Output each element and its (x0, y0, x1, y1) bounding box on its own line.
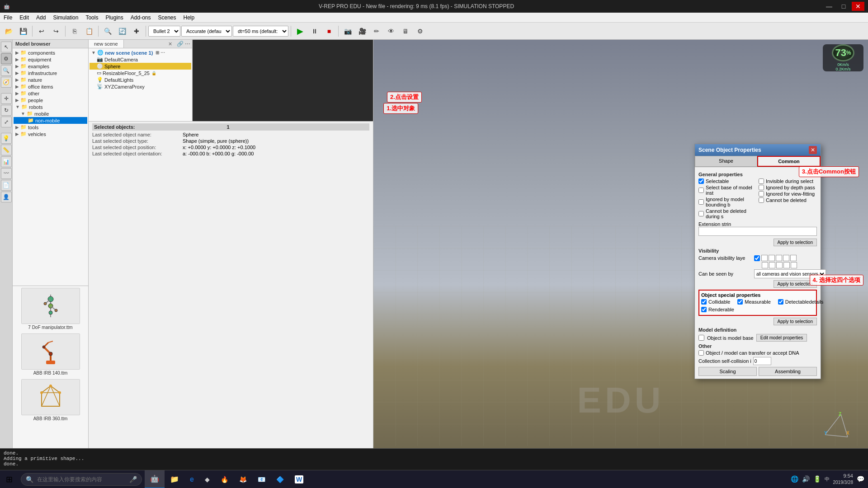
tb-paste-btn[interactable]: 📋 (82, 25, 96, 38)
scene-item-defaultcamera[interactable]: 📷 DefaultCamera (90, 56, 191, 63)
vis-cell[interactable] (761, 255, 768, 261)
viewport-3d[interactable]: EDU Scene Object Properties ✕ Shape Comm… (373, 40, 868, 448)
start-button[interactable]: ⊞ (0, 470, 18, 488)
menu-edit[interactable]: Edit (16, 13, 33, 23)
tree-item-other[interactable]: ▶ 📁 other (14, 90, 87, 97)
scene-root[interactable]: ▼ 🌐 new scene (scene 1) ⊞ ⋯ (90, 49, 191, 56)
scene-item-sphere[interactable]: ⚪ Sphere (90, 63, 191, 70)
tree-item-mobile[interactable]: ▼ 📁 mobile (14, 110, 87, 117)
taskbar-search-input[interactable] (37, 476, 127, 483)
taskbar-explorer[interactable]: 📁 (165, 470, 184, 488)
tree-item-equipment[interactable]: ▶ 📁 equipment (14, 56, 87, 63)
scene-item-floor[interactable]: ▭ ResizableFloor_5_25 🔒 (90, 70, 191, 76)
scene-tab-btn[interactable]: new scene (89, 40, 124, 48)
tb-save-btn[interactable]: 💾 (16, 25, 30, 38)
close-button[interactable]: ✕ (852, 2, 864, 11)
tb-rotate-btn[interactable]: 🔄 (115, 25, 129, 38)
tb-translate-btn[interactable]: ✚ (130, 25, 143, 38)
tree-item-people[interactable]: ▶ 📁 people (14, 97, 87, 103)
menu-help[interactable]: Help (180, 13, 198, 23)
scene-hierarchy-icons[interactable]: 🔗 ⋯ (175, 41, 192, 47)
taskbar-word[interactable]: W (289, 470, 309, 488)
no-delete-checkbox[interactable] (759, 197, 764, 203)
minimize-button[interactable]: — (823, 2, 835, 11)
menu-add[interactable]: Add (33, 13, 49, 23)
vis-cell[interactable] (776, 262, 783, 268)
lang-indicator[interactable]: 中 (825, 476, 830, 483)
ls-nav-btn[interactable]: 🧭 (1, 77, 12, 88)
taskbar-app3[interactable]: ◆ (199, 470, 215, 488)
tb-monitor-btn[interactable]: 🖥 (399, 25, 412, 38)
dna-checkbox[interactable] (698, 350, 704, 356)
accuracy-select[interactable]: Accurate (defau Fast (181, 26, 232, 37)
dialog-close-button[interactable]: ✕ (809, 146, 817, 154)
vis-cell[interactable] (783, 255, 789, 261)
ls-path-btn[interactable]: 〰 (1, 168, 12, 179)
volume-icon[interactable]: 🔊 (802, 475, 810, 483)
selectable-checkbox[interactable] (698, 178, 704, 184)
sim-play-btn[interactable]: ▶ (293, 25, 307, 38)
scaling-btn[interactable]: Scaling (698, 367, 757, 376)
tb-copy-btn[interactable]: ⎘ (68, 25, 81, 38)
menu-tools[interactable]: Tools (82, 13, 102, 23)
vis-cell[interactable] (769, 262, 775, 268)
tree-item-vehicles[interactable]: ▶ 📁 vehicles (14, 131, 87, 137)
extension-string-input[interactable] (698, 227, 817, 236)
menu-addons[interactable]: Add-ons (127, 13, 155, 23)
no-delete-sim-checkbox[interactable] (698, 211, 704, 216)
ignored-view-checkbox[interactable] (759, 191, 764, 197)
ls-light-btn[interactable]: 💡 (1, 133, 12, 144)
tab-shape[interactable]: Shape (695, 156, 757, 167)
invisible-checkbox[interactable] (759, 178, 764, 184)
tb-redo-btn[interactable]: ↪ (49, 25, 63, 38)
vis-cell[interactable] (790, 255, 797, 261)
ls-user-btn[interactable]: 👤 (1, 192, 12, 202)
thumb-abb360[interactable]: ABB IRB 360.ttm (14, 379, 86, 421)
general-apply-btn[interactable]: Apply to selection (774, 239, 817, 246)
network-icon[interactable]: 🌐 (791, 475, 798, 483)
vis-cell[interactable] (776, 255, 782, 261)
ls-search-btn[interactable]: 🔍 (1, 65, 12, 76)
measurable-checkbox[interactable] (737, 299, 743, 305)
menu-file[interactable]: File (0, 13, 16, 23)
tb-eye-btn[interactable]: 👁 (384, 25, 398, 38)
tb-camera1-btn[interactable]: 📷 (341, 25, 354, 38)
ls-scale-btn[interactable]: ⤢ (1, 117, 12, 127)
vis-cell[interactable] (769, 255, 775, 261)
tb-pen-btn[interactable]: ✏ (370, 25, 383, 38)
menu-scenes[interactable]: Scenes (155, 13, 180, 23)
system-clock[interactable]: 9:54 2019/3/28 (833, 473, 854, 486)
tree-item-examples[interactable]: ▶ 📁 examples (14, 63, 87, 70)
vis-cell[interactable] (791, 262, 797, 268)
sim-pause-btn[interactable]: ⏸ (308, 25, 321, 38)
tab-common[interactable]: Common (757, 156, 821, 167)
select-base-checkbox[interactable] (698, 188, 704, 193)
physics-engine-select[interactable]: Bullet 2 ODE Vortex (148, 26, 180, 37)
vis-cell[interactable] (762, 262, 768, 268)
taskbar-app7[interactable]: 🔷 (271, 470, 289, 488)
thumb-abb140[interactable]: ABB IRB 140.ttm (14, 333, 86, 375)
tb-open-btn[interactable]: 📂 (2, 25, 15, 38)
detectable-checkbox[interactable] (778, 299, 783, 305)
tb-undo-btn[interactable]: ↩ (35, 25, 48, 38)
renderable-checkbox[interactable] (701, 307, 707, 312)
timestep-select[interactable]: dt=50 ms (default: (233, 26, 288, 37)
ignored-bbox-checkbox[interactable] (698, 199, 704, 205)
tb-gear-btn[interactable]: ⚙ (413, 25, 427, 38)
menu-plugins[interactable]: Plugins (102, 13, 127, 23)
scene-tab-close[interactable]: × (165, 40, 175, 47)
collision-input[interactable] (753, 357, 771, 365)
maximize-button[interactable]: □ (837, 2, 850, 11)
collidable-checkbox[interactable] (701, 299, 707, 305)
taskbar-ie[interactable]: e (184, 470, 199, 488)
assembling-btn[interactable]: Assembling (759, 367, 817, 376)
tree-item-non-mobile[interactable]: 📁 non-mobile (14, 117, 87, 124)
camera-layer-checkbox[interactable] (754, 255, 760, 261)
tree-item-tools[interactable]: ▶ 📁 tools (14, 124, 87, 131)
special-apply-btn[interactable]: Apply to selection (774, 318, 817, 325)
notification-icon[interactable]: 💬 (857, 475, 864, 483)
tree-item-robots[interactable]: ▼ 📁 robots (14, 103, 87, 110)
ignored-depth-checkbox[interactable] (759, 185, 764, 190)
tb-camera2-btn[interactable]: 🎥 (355, 25, 369, 38)
menu-simulation[interactable]: Simulation (49, 13, 82, 23)
